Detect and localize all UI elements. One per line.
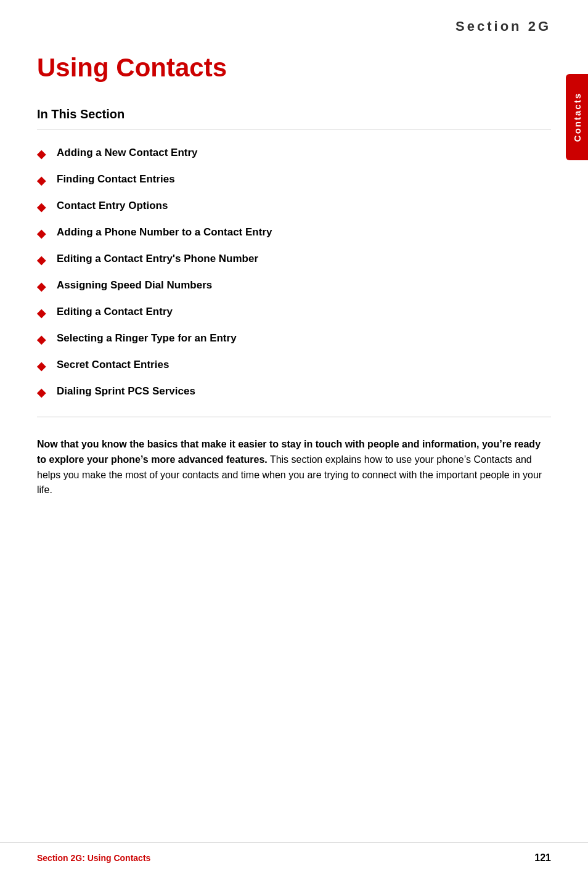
main-content: Using Contacts In This Section ◆Adding a… — [0, 53, 588, 523]
body-paragraph: Now that you know the basics that make i… — [37, 437, 551, 498]
bullet-icon: ◆ — [37, 306, 46, 320]
toc-list-item: ◆Finding Contact Entries — [37, 173, 551, 187]
toc-item-label: Adding a Phone Number to a Contact Entry — [57, 226, 272, 239]
section-header-text: Section 2G — [455, 18, 551, 34]
toc-item-label: Finding Contact Entries — [57, 173, 175, 186]
top-divider — [37, 129, 551, 129]
toc-list-item: ◆Assigning Speed Dial Numbers — [37, 279, 551, 293]
bullet-icon: ◆ — [37, 227, 46, 240]
footer-section-label: Section 2G: Using Contacts — [37, 853, 150, 863]
toc-item-label: Editing a Contact Entry's Phone Number — [57, 253, 258, 265]
toc-list-item: ◆Editing a Contact Entry — [37, 306, 551, 320]
bullet-icon: ◆ — [37, 359, 46, 373]
toc-list: ◆Adding a New Contact Entry◆Finding Cont… — [37, 147, 551, 399]
page-footer: Section 2G: Using Contacts 121 — [0, 842, 588, 864]
toc-list-item: ◆Selecting a Ringer Type for an Entry — [37, 332, 551, 346]
toc-item-label: Secret Contact Entries — [57, 359, 169, 371]
toc-list-item: ◆Contact Entry Options — [37, 200, 551, 214]
toc-item-label: Selecting a Ringer Type for an Entry — [57, 332, 237, 345]
bullet-icon: ◆ — [37, 174, 46, 187]
toc-item-label: Adding a New Contact Entry — [57, 147, 198, 159]
toc-item-label: Contact Entry Options — [57, 200, 168, 212]
side-tab-label: Contacts — [572, 92, 582, 142]
bottom-divider — [37, 417, 551, 417]
bullet-icon: ◆ — [37, 386, 46, 399]
bullet-icon: ◆ — [37, 333, 46, 346]
toc-item-label: Editing a Contact Entry — [57, 306, 173, 318]
bullet-icon: ◆ — [37, 280, 46, 293]
toc-list-item: ◆Adding a Phone Number to a Contact Entr… — [37, 226, 551, 240]
bullet-icon: ◆ — [37, 147, 46, 161]
side-tab: Contacts — [566, 74, 588, 160]
section-header: Section 2G — [0, 0, 588, 47]
toc-item-label: Assigning Speed Dial Numbers — [57, 279, 212, 292]
footer-page-number: 121 — [534, 852, 551, 864]
toc-list-item: ◆Secret Contact Entries — [37, 359, 551, 373]
in-this-section-heading: In This Section — [37, 107, 551, 121]
toc-item-label: Dialing Sprint PCS Services — [57, 385, 195, 398]
bullet-icon: ◆ — [37, 253, 46, 267]
page-title: Using Contacts — [37, 53, 551, 83]
toc-list-item: ◆Adding a New Contact Entry — [37, 147, 551, 161]
toc-list-item: ◆Editing a Contact Entry's Phone Number — [37, 253, 551, 267]
toc-list-item: ◆Dialing Sprint PCS Services — [37, 385, 551, 399]
bullet-icon: ◆ — [37, 200, 46, 214]
